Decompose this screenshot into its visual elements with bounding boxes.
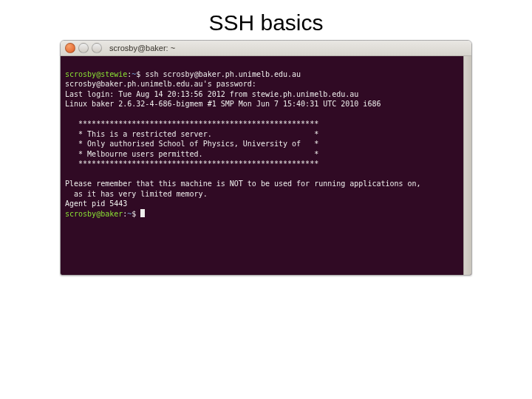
terminal-line: scrosby@baker.ph.unimelb.edu.au's passwo… [65,80,256,88]
window-titlebar: scrosby@baker: ~ [61,41,471,56]
terminal-line: Please remember that this machine is NOT… [65,180,421,188]
window-title: scrosby@baker: ~ [109,44,175,52]
terminal-line: Last login: Tue Aug 14 20:13:56 2012 fro… [65,90,358,98]
maximize-icon[interactable] [92,43,102,53]
terminal-line: scrosby@baker:~$ [65,210,145,218]
terminal-window: scrosby@baker: ~ scrosby@stewie:~$ ssh s… [60,40,472,276]
ssh-command: $ ssh scrosby@baker.ph.unimelb.edu.au [136,70,301,78]
terminal-body[interactable]: scrosby@stewie:~$ ssh scrosby@baker.ph.u… [61,56,471,275]
terminal-line: Agent pid 5443 [65,200,127,208]
terminal-line: as it has very limited memory. [65,190,208,198]
prompt-dollar: $ [132,210,140,218]
slide-title: SSH basics [0,10,532,35]
minimize-icon[interactable] [78,43,89,53]
scrollbar[interactable] [463,56,471,275]
terminal-line: ****************************************… [65,160,318,168]
prompt-userhost: scrosby@stewie [65,70,127,78]
cursor-icon [140,209,145,217]
close-icon[interactable] [65,43,75,53]
terminal-line: * Melbourne users permitted. * [65,150,318,158]
terminal-line: Linux baker 2.6.32-4-686-bigmem #1 SMP M… [65,100,381,108]
terminal-line: scrosby@stewie:~$ ssh scrosby@baker.ph.u… [65,70,301,78]
terminal-line: * Only authorised School of Physics, Uni… [65,140,318,148]
terminal-line: * This is a restricted server. * [65,130,318,138]
prompt-userhost: scrosby@baker [65,210,123,218]
terminal-line: ****************************************… [65,120,318,128]
